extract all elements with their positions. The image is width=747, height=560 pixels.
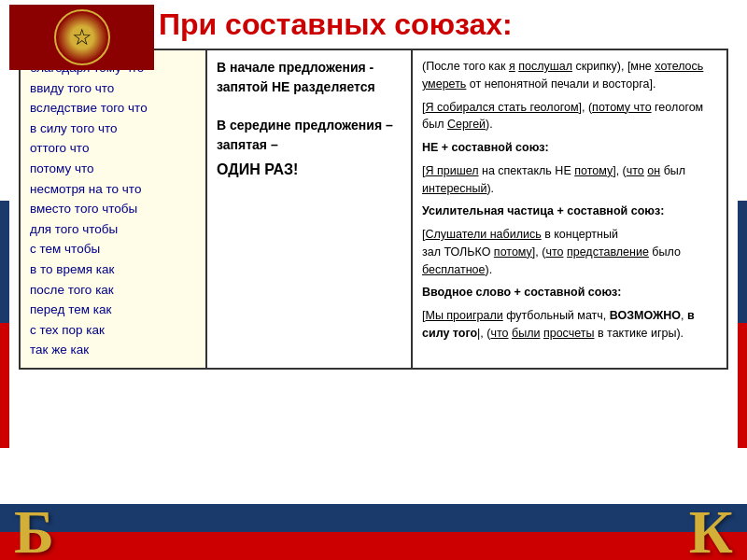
right-label3-text: Усилительная частица + составной союз: — [422, 204, 664, 217]
middle-section1-title: В начале предложения - запятой НЕ раздел… — [217, 58, 402, 97]
right-example3: [Слушатели набились в концертный зал ТОЛ… — [422, 226, 717, 278]
list-item: оттого что — [30, 138, 196, 159]
list-item: перед тем как — [30, 300, 196, 320]
list-item: с тех пор как — [30, 320, 196, 341]
right-label4-text: Вводное слово + составной союз: — [422, 286, 621, 299]
right-label3: Усилительная частица + составной союз: — [422, 203, 717, 220]
middle-column: В начале предложения - запятой НЕ раздел… — [206, 49, 412, 369]
emblem: ☆ — [9, 5, 154, 70]
list-item: вместо того чтобы — [30, 199, 196, 219]
bottom-right-letter: К — [689, 504, 733, 560]
middle-section2: В середине предложения – запятая – ОДИН … — [217, 116, 402, 181]
right-example2: [Я пришел на спектакль НЕ потому], (что … — [422, 162, 717, 198]
main-content-area: ☆ При составных союзах: благодаря тому ч… — [0, 0, 747, 504]
content-table-wrapper: благодаря тому что ввиду того что вследс… — [0, 49, 747, 370]
list-item: после того как — [30, 280, 196, 301]
list-item: в силу того что — [30, 119, 196, 139]
list-item: несмотря на то что — [30, 179, 196, 200]
list-item: вследствие того что — [30, 98, 196, 119]
bottom-blue — [0, 504, 747, 532]
table-row: благодаря тому что ввиду того что вследс… — [20, 49, 727, 369]
right-column: (После того как я послушал скрипку), [мн… — [412, 49, 727, 369]
flag-stripe-left — [0, 79, 9, 448]
right-label2: НЕ + составной союз: — [422, 139, 717, 157]
page-title: При составных союзах: — [159, 7, 513, 41]
right-example1: [Я собирался стать геологом], (потому чт… — [422, 99, 717, 134]
right-label2-text: НЕ + составной союз: — [422, 141, 549, 154]
flag-stripe-right — [738, 79, 747, 448]
list-item: потому что — [30, 159, 196, 179]
left-column: благодаря тому что ввиду того что вследс… — [20, 49, 206, 369]
right-intro: (После того как я послушал скрипку), [мн… — [422, 58, 717, 93]
list-item: ввиду того что — [30, 78, 196, 99]
list-item: так же как — [30, 340, 196, 360]
list-item: для того чтобы — [30, 219, 196, 240]
bottom-red — [0, 532, 747, 560]
bottom-strip: Б К — [0, 504, 747, 560]
emblem-icon: ☆ — [54, 9, 110, 65]
list-item: в то время как — [30, 259, 196, 280]
bottom-left-letter: Б — [14, 504, 54, 560]
right-example4: [Мы проиграли футбольный матч, ВОЗМОЖНО,… — [422, 307, 717, 343]
main-table: благодаря тому что ввиду того что вследс… — [19, 49, 728, 370]
list-item: с тем чтобы — [30, 239, 196, 259]
middle-section2-body: ОДИН РАЗ! — [217, 161, 298, 177]
middle-section2-title: В середине предложения – запятая – — [217, 116, 402, 155]
right-label4: Вводное слово + составной союз: — [422, 284, 717, 301]
